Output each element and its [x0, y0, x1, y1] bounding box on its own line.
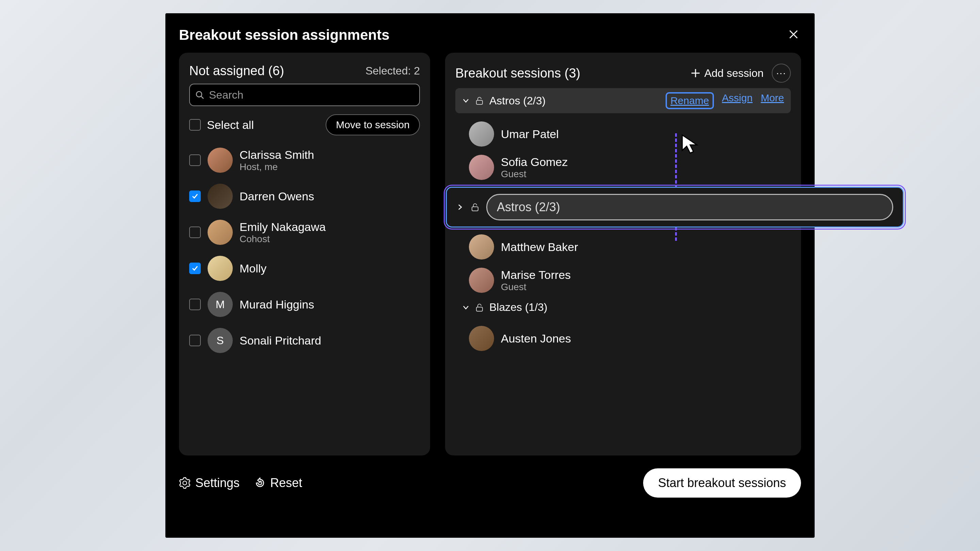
person-checkbox[interactable] [189, 227, 201, 238]
close-icon [788, 29, 799, 40]
person-row[interactable]: Darren Owens [189, 178, 420, 214]
gear-icon [179, 477, 191, 489]
session-name: Blazes (1/3) [489, 301, 547, 314]
person-name: Clarissa Smith [240, 148, 314, 162]
search-input[interactable] [209, 89, 414, 102]
select-all-checkbox[interactable] [189, 119, 201, 130]
close-button[interactable] [787, 27, 800, 41]
sessions-header: Breakout sessions (3) Add session ··· [455, 64, 791, 83]
person-row[interactable]: SSonali Pritchard [189, 322, 420, 359]
session-members: Umar PatelSofia GomezGuest [455, 118, 791, 184]
sessions-title: Breakout sessions (3) [455, 66, 581, 81]
person-info: Murad Higgins [240, 298, 314, 311]
member-info: Umar Patel [501, 127, 559, 141]
person-info: Darren Owens [240, 190, 314, 203]
member-row[interactable]: Umar Patel [469, 118, 791, 151]
dialog-title: Breakout session assignments [179, 27, 801, 43]
svg-point-2 [196, 92, 202, 97]
select-row: Select all Move to session [189, 114, 420, 135]
member-role: Guest [501, 282, 571, 292]
avatar [469, 155, 494, 180]
person-name: Emily Nakagawa [240, 221, 326, 233]
member-name: Umar Patel [501, 127, 559, 141]
reset-label: Reset [270, 476, 302, 490]
member-info: Austen Jones [501, 332, 571, 345]
session-members: Austen Jones [455, 322, 791, 355]
not-assigned-title: Not assigned (6) [189, 64, 284, 78]
person-role: Cohost [240, 233, 326, 245]
person-role: Host, me [240, 162, 314, 172]
session-header-left: Blazes (1/3) [462, 301, 547, 314]
member-row[interactable]: Matthew Baker [469, 230, 791, 264]
person-name: Molly [240, 262, 266, 275]
select-all-label: Select all [207, 118, 254, 132]
start-sessions-button[interactable]: Start breakout sessions [643, 468, 801, 498]
avatar [469, 326, 494, 351]
footer-left: Settings Reset [179, 476, 302, 490]
dialog-footer: Settings Reset Start breakout sessions [179, 468, 801, 498]
member-row[interactable]: Austen Jones [469, 322, 791, 355]
unlock-icon [476, 96, 483, 105]
avatar [208, 256, 233, 281]
assign-link[interactable]: Assign [722, 92, 753, 109]
unlock-icon [471, 203, 479, 211]
expand-toggle[interactable] [462, 304, 469, 311]
settings-button[interactable]: Settings [179, 476, 240, 490]
avatar [469, 268, 494, 293]
person-info: Sonali Pritchard [240, 334, 321, 347]
svg-rect-8 [476, 307, 482, 311]
people-list: Clarissa SmithHost, meDarren OwensEmily … [189, 142, 420, 359]
not-assigned-header: Not assigned (6) Selected: 2 [189, 64, 420, 78]
session-header-left: Astros (2/3) [462, 95, 546, 107]
chevron-right-icon [456, 203, 464, 211]
avatar [208, 220, 233, 245]
person-row[interactable]: Molly [189, 250, 420, 286]
person-row[interactable]: Emily NakagawaCohost [189, 214, 420, 250]
member-info: Matthew Baker [501, 240, 578, 254]
person-row[interactable]: MMurad Higgins [189, 286, 420, 322]
select-all[interactable]: Select all [189, 118, 254, 132]
member-name: Sofia Gomez [501, 156, 568, 169]
person-checkbox[interactable] [189, 191, 201, 202]
member-name: Marise Torres [501, 268, 571, 282]
search-box[interactable] [189, 84, 420, 106]
member-row[interactable]: Sofia GomezGuest [469, 151, 791, 184]
member-name: Austen Jones [501, 332, 571, 345]
lock-icon-wrap [476, 96, 483, 105]
member-role: Guest [501, 169, 568, 179]
rename-link[interactable]: Rename [666, 92, 714, 109]
session-name: Astros (2/3) [489, 95, 546, 107]
settings-label: Settings [195, 476, 240, 490]
move-to-session-button[interactable]: Move to session [326, 114, 420, 135]
add-session-button[interactable]: Add session [691, 67, 764, 79]
person-checkbox[interactable] [189, 299, 201, 310]
person-info: Clarissa SmithHost, me [240, 148, 314, 172]
expand-toggle[interactable] [456, 203, 464, 211]
person-name: Darren Owens [240, 190, 314, 203]
rename-input[interactable] [497, 200, 883, 214]
person-name: Sonali Pritchard [240, 334, 321, 347]
person-row[interactable]: Clarissa SmithHost, me [189, 142, 420, 178]
expand-toggle[interactable] [462, 97, 469, 105]
session-members: Matthew BakerMarise TorresGuest [455, 230, 791, 297]
sessions-panel: Breakout sessions (3) Add session ··· As… [445, 53, 801, 456]
member-name: Matthew Baker [501, 240, 578, 254]
session-rename-row [446, 187, 904, 227]
more-options-button[interactable]: ··· [772, 64, 791, 83]
person-info: Emily NakagawaCohost [240, 221, 326, 245]
columns: Not assigned (6) Selected: 2 Select all … [179, 53, 801, 456]
avatar: S [208, 328, 233, 353]
rename-input-box[interactable] [486, 194, 893, 221]
person-checkbox[interactable] [189, 154, 201, 166]
person-checkbox[interactable] [189, 335, 201, 346]
more-link[interactable]: More [761, 92, 784, 109]
person-checkbox[interactable] [189, 263, 201, 274]
avatar [208, 184, 233, 209]
reset-button[interactable]: Reset [255, 476, 302, 490]
lock-icon-wrap [471, 203, 479, 211]
session-header[interactable]: Astros (2/3)RenameAssignMore [455, 88, 791, 113]
unlock-icon [476, 303, 483, 312]
not-assigned-panel: Not assigned (6) Selected: 2 Select all … [179, 53, 430, 456]
session-header[interactable]: Blazes (1/3) [455, 297, 791, 318]
member-row[interactable]: Marise TorresGuest [469, 264, 791, 297]
